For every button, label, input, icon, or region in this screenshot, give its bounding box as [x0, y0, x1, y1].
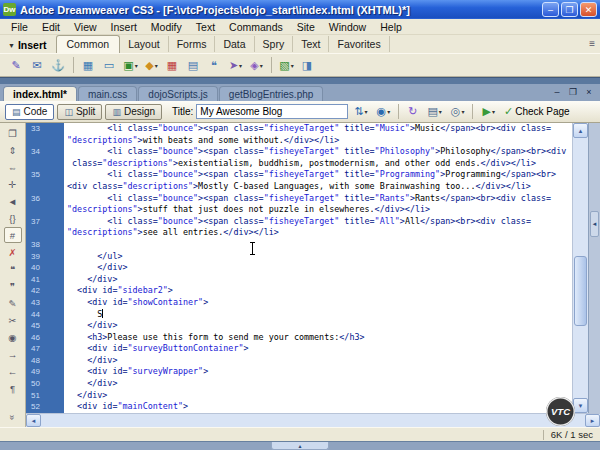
- templates-icon[interactable]: ▧▾: [277, 56, 296, 75]
- scroll-left-icon[interactable]: ◄: [26, 414, 41, 427]
- code-row[interactable]: 49 <div id="surveyWrapper">: [26, 366, 572, 378]
- table-icon[interactable]: ▦: [79, 56, 98, 75]
- code-row[interactable]: 38: [26, 239, 572, 251]
- doc-minimize-button[interactable]: –: [551, 86, 563, 98]
- menu-item[interactable]: Insert: [104, 20, 144, 34]
- code-row[interactable]: 33 <li class="bounce"><span class="fishe…: [26, 123, 572, 135]
- check-page-button[interactable]: ✓ Check Page: [501, 103, 573, 121]
- named-anchor-icon[interactable]: ⚓: [49, 56, 68, 75]
- head-icon[interactable]: ➤▾: [226, 56, 245, 75]
- insert-tab[interactable]: Common: [56, 35, 121, 53]
- menu-item[interactable]: Modify: [144, 20, 189, 34]
- code-row[interactable]: 51 </div>: [26, 390, 572, 402]
- menu-item[interactable]: Commands: [222, 20, 290, 34]
- code-view-button[interactable]: ▤ Code: [5, 104, 54, 120]
- code-row[interactable]: "descriptions">stuff that just does not …: [26, 204, 572, 216]
- outdent-code-icon[interactable]: ←: [4, 363, 22, 379]
- scroll-right-icon[interactable]: ►: [585, 414, 600, 427]
- wrap-tag-icon[interactable]: ✎: [4, 295, 22, 311]
- minimize-button[interactable]: –: [542, 2, 559, 17]
- horizontal-scrollbar[interactable]: ◄ ►: [26, 413, 600, 427]
- menu-item[interactable]: Edit: [35, 20, 67, 34]
- insert-tab[interactable]: Data: [215, 36, 254, 52]
- code-row[interactable]: 50 </div>: [26, 378, 572, 390]
- code-row[interactable]: 40 </div>: [26, 262, 572, 274]
- vertical-scrollbar[interactable]: ▲ ▼: [572, 123, 588, 413]
- code-row[interactable]: 34 <li class="bounce"><span class="fishe…: [26, 146, 572, 158]
- preview-browser-icon[interactable]: ◉▾: [374, 103, 394, 121]
- tag-chooser-icon[interactable]: ◨: [298, 56, 317, 75]
- code-row[interactable]: 48 </div>: [26, 355, 572, 367]
- code-row[interactable]: "descriptions">see all entries.</div></l…: [26, 227, 572, 239]
- code-row[interactable]: <div class="descriptions">Mostly C-based…: [26, 181, 572, 193]
- insert-tab[interactable]: Favorites: [329, 36, 389, 52]
- close-button[interactable]: ✕: [580, 2, 597, 17]
- document-tab[interactable]: dojoScripts.js: [138, 86, 217, 101]
- script-icon[interactable]: ◈▾: [247, 56, 266, 75]
- code-lines[interactable]: 33 <li class="bounce"><span class="fishe…: [26, 123, 572, 413]
- insert-tab[interactable]: Text: [293, 36, 329, 52]
- scroll-up-icon[interactable]: ▲: [573, 123, 588, 138]
- vertical-scroll-thumb[interactable]: [574, 256, 587, 326]
- indent-code-icon[interactable]: →: [4, 346, 22, 362]
- images-icon[interactable]: ▣▾: [121, 56, 140, 75]
- insert-panel-header[interactable]: ▼ Insert: [2, 39, 56, 53]
- horizontal-scroll-track[interactable]: [41, 414, 585, 427]
- menu-item[interactable]: View: [67, 20, 104, 34]
- restore-button[interactable]: ❐: [561, 2, 578, 17]
- expand-all-icon[interactable]: ✛: [4, 176, 22, 192]
- code-row[interactable]: 37 <li class="bounce"><span class="fishe…: [26, 216, 572, 228]
- code-row[interactable]: 41 </div>: [26, 274, 572, 286]
- move-css-icon[interactable]: ◉: [4, 329, 22, 345]
- panel-expander-arrow-icon[interactable]: ▲: [271, 442, 329, 450]
- menu-item[interactable]: Text: [189, 20, 222, 34]
- remove-comment-icon[interactable]: ❞: [4, 278, 22, 294]
- menu-item[interactable]: File: [4, 20, 35, 34]
- insert-tab[interactable]: Spry: [255, 36, 294, 52]
- split-view-button[interactable]: ◫ Split: [57, 104, 102, 120]
- design-view-button[interactable]: ▥ Design: [105, 104, 162, 120]
- date-icon[interactable]: ▦: [163, 56, 182, 75]
- insert-div-icon[interactable]: ▭: [100, 56, 119, 75]
- menu-item[interactable]: Help: [373, 20, 409, 34]
- code-row[interactable]: 45 </div>: [26, 320, 572, 332]
- highlight-invalid-code-icon[interactable]: ✗: [4, 244, 22, 260]
- code-row[interactable]: 43 <div id="showContainer">: [26, 297, 572, 309]
- code-row[interactable]: 36 <li class="bounce"><span class="fishe…: [26, 193, 572, 205]
- recent-snippets-icon[interactable]: ✂: [4, 312, 22, 328]
- format-source-icon[interactable]: ¶: [4, 380, 22, 396]
- balance-braces-icon[interactable]: {}: [4, 210, 22, 226]
- code-row[interactable]: 46 <h3>Please use this form to send me y…: [26, 332, 572, 344]
- line-numbers-icon[interactable]: #: [4, 227, 22, 243]
- code-row[interactable]: 35 <li class="bounce"><span class="fishe…: [26, 169, 572, 181]
- doc-restore-button[interactable]: ❐: [567, 86, 579, 98]
- page-title-input[interactable]: [196, 104, 348, 119]
- email-link-icon[interactable]: ✉: [28, 56, 47, 75]
- code-row[interactable]: class="descriptions">existentialism, bud…: [26, 158, 572, 170]
- code-row[interactable]: 42 <div id="sidebar2">: [26, 285, 572, 297]
- validate-markup-icon[interactable]: ▶▾: [479, 103, 497, 121]
- code-row[interactable]: "descriptions">with beats and some witho…: [26, 135, 572, 147]
- vertical-scroll-track[interactable]: [573, 138, 588, 398]
- code-row[interactable]: 44 S: [26, 309, 572, 321]
- menu-item[interactable]: Site: [290, 20, 322, 34]
- insert-tab[interactable]: Forms: [169, 36, 216, 52]
- code-row[interactable]: 47 <div id="surveyButtonContainer">: [26, 343, 572, 355]
- collapse-full-tag-icon[interactable]: ⇕: [4, 142, 22, 158]
- document-tab[interactable]: getBlogEntries.php: [219, 86, 324, 101]
- hyperlink-icon[interactable]: ✎: [7, 56, 26, 75]
- file-management-icon[interactable]: ⇅▾: [351, 103, 370, 121]
- select-parent-tag-icon[interactable]: ◄: [4, 193, 22, 209]
- collapse-selection-icon[interactable]: ⇔: [4, 159, 22, 175]
- code-row[interactable]: 39 </ul>: [26, 251, 572, 263]
- open-documents-icon[interactable]: ❐: [4, 125, 22, 141]
- panel-collapse-arrow-icon[interactable]: ◄: [590, 211, 599, 237]
- panel-menu-icon[interactable]: ≡: [589, 38, 595, 49]
- code-row[interactable]: 52 <div id="mainContent">: [26, 401, 572, 413]
- more-options-icon[interactable]: »: [4, 409, 22, 425]
- apply-comment-icon[interactable]: ❝: [4, 261, 22, 277]
- menu-item[interactable]: Window: [322, 20, 373, 34]
- document-tab[interactable]: index.html*: [3, 86, 77, 101]
- document-tab[interactable]: main.css: [78, 86, 137, 101]
- view-options-icon[interactable]: ▤▾: [424, 103, 444, 121]
